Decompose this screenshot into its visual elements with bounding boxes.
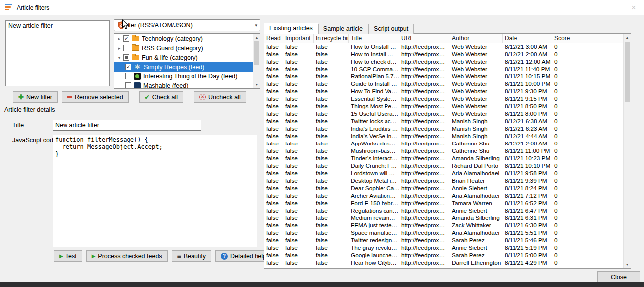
article-cell: 0 [552,110,623,118]
article-cell: false [283,140,314,147]
scroll-up-icon[interactable]: ▲ [253,34,260,41]
title-input[interactable] [53,120,201,131]
article-cell: Lordstown will … [349,170,399,177]
article-cell: 0 [552,43,623,51]
scroll-down-icon[interactable]: ▼ [624,261,631,268]
article-row[interactable]: falsefalsefalseIndia's VerSe In…http://f… [264,133,623,140]
article-cell: false [264,162,283,170]
article-row[interactable]: falsefalsefalseDaily Crunch: F…http://fe… [264,162,623,170]
close-icon[interactable]: × [629,3,639,12]
scroll-down-icon[interactable]: ▼ [253,81,260,88]
article-cell: false [264,73,283,80]
article-row[interactable]: falsefalsefalse10 SCP Comma…http://feedp… [264,66,623,73]
article-row[interactable]: falsefalsefalseEssential Syste…http://fe… [264,95,623,103]
tree-scrollbar[interactable]: ▲ ▼ [253,34,260,88]
column-header-score[interactable]: Score [552,34,623,43]
feed-checkbox-unchecked[interactable] [125,73,131,79]
article-row[interactable]: falsefalsefalseMushroom-bas…http://feedp… [264,147,623,155]
article-row[interactable]: falsefalsefalseGuide to Install …http://… [264,80,623,88]
tree-item[interactable]: Interesting Thing of the Day (feed) [114,72,253,81]
article-row[interactable]: falsefalsefalseThings Most Pe…http://fee… [264,103,623,110]
article-cell: http://feedprox… [399,200,450,207]
article-row[interactable]: falsefalsefalseHear how Cityb…http://fee… [264,259,623,267]
article-row[interactable]: falsefalsefalseTwitter redesign…http://f… [264,237,623,244]
article-row[interactable]: falsefalsefalseRegulations can…http://fe… [264,207,623,215]
article-row[interactable]: falsefalsefalseDesktop Metal i…http://fe… [264,177,623,185]
expand-arrow-icon[interactable]: ▸ [115,36,123,41]
article-row[interactable]: falsefalsefalseSpace manufac…http://feed… [264,229,623,237]
article-row[interactable]: falsefalsefalseHow to Install …http://fe… [264,51,623,58]
column-header-in-recycle-bin[interactable]: In recycle bin [314,34,349,43]
tree-item[interactable]: ▾Fun & life (category) [114,53,253,62]
article-row[interactable]: falsefalsefalseLordstown will …http://fe… [264,170,623,177]
article-cell: false [283,177,314,185]
column-header-title[interactable]: Title [349,34,399,43]
article-cell: 8/11/21 5:19 PM [503,244,552,252]
collapse-arrow-icon[interactable]: ▾ [115,55,123,60]
article-row[interactable]: falsefalsefalseHow to check d…http://fee… [264,58,623,66]
test-button[interactable]: ▶ Test [54,250,82,262]
article-cell: false [264,118,283,125]
uncheck-all-button[interactable]: ✕ Uncheck all [194,91,246,103]
article-row[interactable]: falsefalsefalseIndia's Eruditus …http://… [264,125,623,133]
tree-item[interactable]: ✓✻Simply Recipes (feed) [114,62,253,72]
article-row[interactable]: falsefalsefalseThe gray revolu…http://fe… [264,244,623,252]
feed-checkbox-unchecked[interactable] [125,82,131,88]
account-combo[interactable]: tter (RSS/ATOM/JSON) ▾ [114,19,260,31]
article-row[interactable]: falsefalsefalseFord F-150 hybr…http://fe… [264,200,623,207]
article-row[interactable]: falsefalsefalseHow to Onstall …http://fe… [264,43,623,51]
table-scrollbar[interactable]: ▲ ▼ [623,34,631,268]
article-row[interactable]: falsefalsefalseGoogle launche…http://fee… [264,252,623,259]
scroll-up-icon[interactable]: ▲ [624,34,631,41]
tree-item[interactable]: ▸RSS Guard (category) [114,43,253,53]
article-cell: The gray revolu… [349,244,399,252]
filter-list-item[interactable]: New article filter [6,21,109,31]
tab-script-output[interactable]: Script output [368,24,414,34]
tree-scrollbar-thumb[interactable] [254,41,259,65]
beautify-button[interactable]: ≡ Beautify [172,250,211,262]
article-cell: 8/11/21 11:00 PM [503,147,552,155]
table-scrollbar-thumb[interactable] [625,42,630,102]
article-cell: false [283,80,314,88]
tab-existing-articles[interactable]: Existing articles [264,23,318,34]
article-row[interactable]: falsefalsefalseRationalPlan 5.7…http://f… [264,73,623,80]
feed-checkbox-unchecked[interactable] [123,45,129,51]
article-row[interactable]: falsefalsefalseTwitter locks ac…http://f… [264,118,623,125]
remove-selected-button[interactable]: Remove selected [62,91,129,103]
javascript-code-editor[interactable]: function filterMessage() { return Messag… [53,135,257,247]
check-all-button[interactable]: ✔ Check all [139,91,183,103]
new-filter-button[interactable]: ✚ New filter [13,91,58,103]
article-row[interactable]: falsefalsefalseHow To Find Va…http://fee… [264,88,623,95]
article-row[interactable]: falsefalsefalseDear Sophie: Ca…http://fe… [264,185,623,192]
article-cell: false [314,95,349,103]
article-row[interactable]: falsefalsefalseMedium revam…http://feedp… [264,215,623,222]
play-icon: ▶ [59,254,63,259]
feed-checkbox-checked[interactable]: ✓ [123,35,129,42]
feed-checkbox-partial[interactable] [123,54,129,61]
column-header-url[interactable]: URL [399,34,450,43]
detailed-help-button[interactable]: ? Detailed help [215,250,272,262]
column-header-author[interactable]: Author [450,34,503,43]
article-cell: 0 [552,244,623,252]
article-cell: Google launche… [349,252,399,259]
column-header-date[interactable]: Date [503,34,552,43]
article-row[interactable]: falsefalsefalse15 Useful Usera…http://fe… [264,110,623,118]
article-cell: Manish Singh [450,133,503,140]
article-cell: Brian Heater [450,177,503,185]
tree-item[interactable]: Mashable (feed) [114,81,253,88]
column-header-important[interactable]: Important [283,34,314,43]
article-row[interactable]: falsefalsefalseArcher Aviation…http://fe… [264,192,623,200]
feed-checkbox-checked[interactable]: ✓ [125,64,131,70]
article-row[interactable]: falsefalsefalseFEMA just teste…http://fe… [264,222,623,229]
tree-item[interactable]: ▸✓Technology (category) [114,34,253,43]
close-button[interactable]: Close [597,271,640,283]
article-cell: 8/11/21 7:12 PM [503,192,552,200]
article-cell: http://feedprox… [399,155,450,162]
process-checked-feeds-button[interactable]: ▶ Process checked feeds [86,250,168,262]
tab-sample-article[interactable]: Sample article [318,24,368,34]
article-row[interactable]: falsefalsefalseAppWorks clos…http://feed… [264,140,623,147]
expand-arrow-icon[interactable]: ▸ [115,46,123,51]
article-row[interactable]: falsefalsefalseTinder's interact…http://… [264,155,623,162]
article-cell: Regulations can… [349,207,399,215]
column-header-read[interactable]: Read [264,34,283,43]
